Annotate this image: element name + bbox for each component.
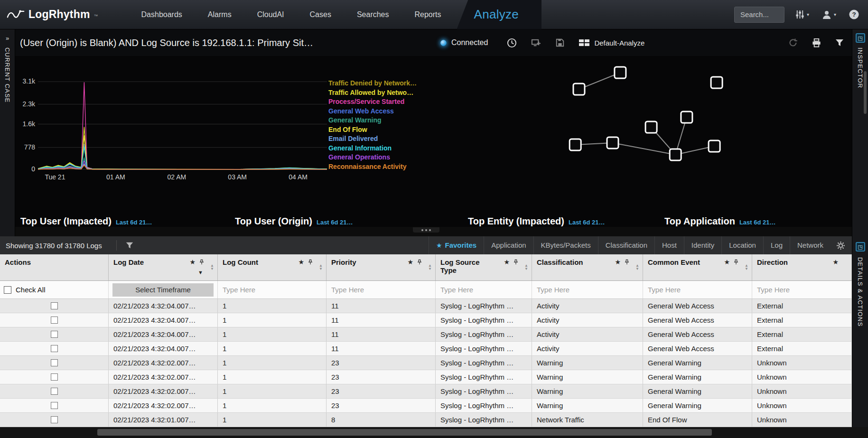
global-search-input[interactable] (734, 7, 784, 23)
panel-splitter[interactable] (0, 227, 852, 236)
grid-tab-network[interactable]: Network (790, 236, 831, 254)
column-header-icons: ★ (407, 259, 422, 265)
favorite-column-icon[interactable]: ★ (189, 259, 196, 265)
column-header-common-event[interactable]: Common Event★▲▼ (643, 254, 752, 280)
pin-column-icon[interactable] (513, 259, 519, 265)
layout-select[interactable]: Default-Analyze (579, 39, 644, 47)
nav-item-reports[interactable]: Reports (402, 0, 454, 29)
add-to-dashboard-button[interactable] (531, 38, 541, 48)
user-menu-button[interactable]: ▾ (821, 9, 836, 20)
sort-toggle-icon[interactable]: ▲▼ (635, 264, 639, 270)
pin-column-icon[interactable] (733, 259, 739, 265)
grid-toolbar: Showing 31780 of 31780 Logs ★FavoritesAp… (0, 236, 852, 254)
row-select-checkbox[interactable] (51, 345, 58, 352)
filter-input-priority[interactable] (330, 285, 431, 294)
grid-tab-location[interactable]: Location (721, 236, 763, 254)
filter-input-classification[interactable] (536, 285, 639, 294)
column-header-classification[interactable]: Classification★▲▼ (532, 254, 643, 280)
grid-tab-kbytes-packets[interactable]: KBytes/Packets (533, 236, 598, 254)
check-all-checkbox[interactable] (4, 286, 11, 294)
panel-timeframe[interactable]: Last 6d 21… (317, 219, 353, 226)
check-all[interactable]: Check All (4, 286, 46, 294)
cell-log-count: 1 (218, 413, 327, 427)
horizontal-scrollbar-thumb[interactable] (97, 429, 712, 436)
pin-column-icon[interactable] (624, 259, 630, 265)
row-select-checkbox[interactable] (51, 302, 58, 309)
favorite-column-icon[interactable]: ★ (298, 259, 304, 265)
nav-item-dashboards[interactable]: Dashboards (129, 0, 195, 29)
expand-current-case-icon[interactable]: » (3, 33, 12, 43)
filter-input-log-source-type[interactable] (439, 285, 528, 294)
brand-name: LogRhythm (28, 8, 90, 21)
filter-input-direction[interactable] (756, 285, 848, 294)
grid-tab-application[interactable]: Application (484, 236, 533, 254)
sort-toggle-icon[interactable]: ▲▼ (428, 264, 432, 270)
filter-input-log-count[interactable] (222, 285, 322, 294)
column-header-actions[interactable]: Actions (0, 254, 109, 280)
panel-timeframe[interactable]: Last 6d 21… (116, 219, 152, 226)
column-header-log-date[interactable]: Log Date★▲▼▼ (109, 254, 218, 280)
sort-toggle-icon[interactable]: ▲▼ (524, 264, 528, 270)
pin-column-icon[interactable] (308, 259, 313, 265)
save-search-button[interactable] (555, 38, 565, 47)
row-select-checkbox[interactable] (51, 416, 58, 423)
row-select-checkbox[interactable] (51, 317, 58, 324)
cell-log-date: 02/21/2023 4:32:04.007… (109, 327, 218, 341)
sort-toggle-icon[interactable]: ▲▼ (210, 264, 214, 270)
grid-tab-identity[interactable]: Identity (684, 236, 721, 254)
display-settings-button[interactable]: ▾ (795, 9, 809, 19)
filter-input-common-event[interactable] (647, 285, 748, 294)
add-to-dashboard-icon (531, 38, 541, 48)
row-select-checkbox[interactable] (51, 388, 58, 395)
cell-log-date: 02/21/2023 4:32:01.007… (109, 413, 218, 427)
logrhythm-logo[interactable]: LogRhythm ™ (0, 8, 98, 21)
nav-item-cloudai[interactable]: CloudAI (244, 0, 297, 29)
column-header-priority[interactable]: Priority★▲▼ (327, 254, 436, 280)
help-button[interactable]: ? (849, 9, 859, 20)
sort-toggle-icon[interactable]: ▲▼ (745, 264, 748, 270)
time-range-button[interactable] (507, 38, 517, 48)
row-select-checkbox[interactable] (51, 402, 58, 409)
select-timeframe-button[interactable]: Select Timeframe (112, 283, 214, 297)
tab-analyze[interactable]: Analyze (457, 0, 542, 29)
current-case-panel-tab[interactable]: » CURRENT CASE (0, 29, 15, 236)
chart-vertical-scrollbar-thumb[interactable] (864, 71, 867, 114)
expand-details-button[interactable]: ◳ (856, 242, 865, 252)
nav-item-searches[interactable]: Searches (344, 0, 402, 29)
row-select-checkbox[interactable] (51, 331, 58, 338)
column-header-direction[interactable]: Direction★ (752, 254, 852, 280)
undo-button[interactable] (788, 37, 798, 48)
panel-timeframe[interactable]: Last 6d 21… (739, 219, 776, 226)
print-button[interactable] (812, 38, 821, 48)
grid-tab-log[interactable]: Log (763, 236, 790, 254)
filter-cell-log-source-type (436, 281, 532, 298)
column-header-log-count[interactable]: Log Count★▲▼ (218, 254, 327, 280)
favorite-column-icon[interactable]: ★ (407, 259, 413, 265)
grid-tab-favorites[interactable]: ★Favorites (429, 236, 484, 254)
pin-column-icon[interactable] (199, 259, 205, 265)
sort-toggle-icon[interactable]: ▲▼ (319, 264, 323, 270)
filter-button[interactable] (835, 38, 844, 47)
pin-column-icon[interactable] (417, 259, 422, 265)
favorite-column-icon[interactable]: ★ (832, 259, 839, 265)
favorite-column-icon[interactable]: ★ (724, 259, 730, 265)
subheader-right-actions (788, 37, 852, 48)
splitter-grip-icon[interactable] (413, 227, 439, 233)
tab-label: Application (491, 236, 526, 254)
column-header-log-source-type[interactable]: Log Source Type★▲▼ (436, 254, 532, 280)
nav-item-cases[interactable]: Cases (297, 0, 344, 29)
favorite-column-icon[interactable]: ★ (615, 259, 621, 265)
grid-filter-button[interactable] (125, 241, 134, 250)
grid-tab-classification[interactable]: Classification (598, 236, 654, 254)
favorite-column-icon[interactable]: ★ (504, 259, 510, 265)
expand-inspector-button[interactable]: ◳ (856, 33, 865, 43)
grid-settings-button[interactable] (836, 241, 845, 250)
panel-timeframe[interactable]: Last 6d 21… (569, 219, 605, 226)
cell-classification: Warning (532, 399, 643, 412)
cell-actions (0, 356, 109, 370)
nav-item-alarms[interactable]: Alarms (195, 0, 244, 29)
row-select-checkbox[interactable] (51, 373, 58, 381)
horizontal-scrollbar[interactable] (0, 427, 868, 438)
grid-tab-host[interactable]: Host (654, 236, 684, 254)
row-select-checkbox[interactable] (51, 359, 58, 366)
